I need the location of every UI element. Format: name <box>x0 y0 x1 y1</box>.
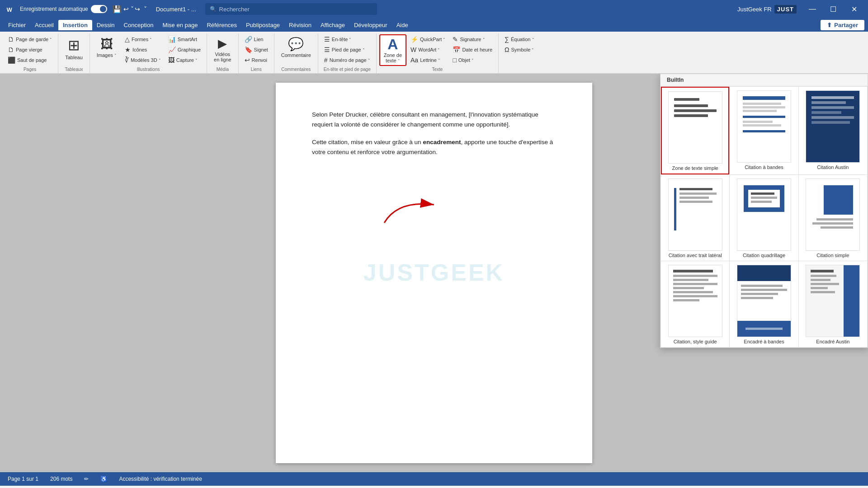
lien-button[interactable]: 🔗 Lien <box>241 34 271 44</box>
formes-button[interactable]: △ Formes ˅ <box>122 34 164 44</box>
minimize-button[interactable]: — <box>802 0 823 18</box>
dropdown-item-guide-label: Citation, style guide <box>674 339 717 344</box>
page-de-garde-label: Page de garde ˅ <box>16 37 52 42</box>
svg-text:W: W <box>7 6 13 13</box>
zone-de-texte-button[interactable]: A Zone detexte ˅ <box>379 34 406 66</box>
document-page[interactable]: Selon Peter Drucker, célèbre consultant … <box>276 83 592 463</box>
zone-texte-dropdown[interactable]: BuiltIn Zone de texte simple <box>660 74 868 348</box>
menu-affichage[interactable]: Affichage <box>316 20 349 30</box>
equation-button[interactable]: ∑ Équation ˅ <box>501 34 537 44</box>
menu-accueil[interactable]: Accueil <box>30 20 58 30</box>
accessibility-status[interactable]: Accessibilité : vérification terminée <box>117 475 204 483</box>
page-de-garde-button[interactable]: 🗋 Page de garde ˅ <box>5 34 55 44</box>
images-button[interactable]: 🖼 Images ˅ <box>93 34 121 60</box>
ribbon-group-illustrations: 🖼 Images ˅ △ Formes ˅ ★ Icônes ∛ Modèles… <box>90 33 207 73</box>
symboles-col: ∑ Équation ˅ Ω Symbole ˅ <box>501 34 537 55</box>
lettrine-button[interactable]: Aa Lettrine ˅ <box>407 55 448 65</box>
numero-page-button[interactable]: # Numéro de page ˅ <box>321 55 373 65</box>
symbole-button[interactable]: Ω Symbole ˅ <box>501 45 537 55</box>
saut-de-page-button[interactable]: ⬛ Saut de page <box>5 55 55 65</box>
ribbon-symboles-content: ∑ Équation ˅ Ω Symbole ˅ <box>501 34 537 71</box>
images-label: Images ˅ <box>97 52 117 58</box>
thumb-trait <box>668 178 722 251</box>
lettrine-label: Lettrine ˅ <box>420 57 440 63</box>
maximize-button[interactable]: ☐ <box>823 0 844 18</box>
page-vierge-button[interactable]: 🗋 Page vierge <box>5 45 55 55</box>
dropdown-item-enc-bandes[interactable]: Encadré à bandes <box>730 261 798 347</box>
menu-fichier[interactable]: Fichier <box>4 20 30 30</box>
save-button[interactable]: 💾 <box>113 5 122 14</box>
equation-icon: ∑ <box>505 36 509 43</box>
tableau-button[interactable]: ⊞ Tableau <box>61 34 87 62</box>
ribbon-entete-content: ☰ En-tête ˅ ☰ Pied de page ˅ # Numéro de… <box>321 34 373 66</box>
word-count[interactable]: 206 mots <box>48 475 75 483</box>
dropdown-item-guide[interactable]: Citation, style guide <box>661 261 729 347</box>
entete-button[interactable]: ☰ En-tête ˅ <box>321 34 373 44</box>
texte-col1: ⚡ QuickPart ˅ W WordArt ˅ Aa Lettrine ˅ <box>407 34 448 65</box>
undo-button[interactable]: ↩ ˅ <box>123 5 134 13</box>
search-input[interactable] <box>219 6 373 13</box>
thumb-austin <box>806 90 860 163</box>
date-icon: 📅 <box>453 46 460 53</box>
graphique-button[interactable]: 📈 Graphique <box>165 45 204 55</box>
user-logo: JUST <box>774 5 797 14</box>
date-heure-button[interactable]: 📅 Date et heure <box>449 45 495 55</box>
modeles3d-button[interactable]: ∛ Modèles 3D ˅ <box>122 55 164 65</box>
pied-label: Pied de page ˅ <box>332 47 365 52</box>
dropdown-item-trait[interactable]: Citation avec trait latéral <box>661 175 729 261</box>
ribbon-entete-label: En-tête et pied de page <box>321 66 373 73</box>
dropdown-item-simple2[interactable]: Citation simple <box>799 175 867 261</box>
redo-button[interactable]: ↪ <box>135 5 140 13</box>
menu-revision[interactable]: Révision <box>284 20 316 30</box>
signature-button[interactable]: ✎ Signature ˅ <box>449 34 495 44</box>
share-button[interactable]: ⬆ Partager <box>821 20 864 30</box>
menu-mise-en-page[interactable]: Mise en page <box>158 20 202 30</box>
numero-icon: # <box>324 56 328 64</box>
menu-insertion[interactable]: Insertion <box>58 20 92 30</box>
smartart-button[interactable]: 📊 SmartArt <box>165 34 204 44</box>
menu-publipostage[interactable]: Publipostage <box>241 20 284 30</box>
page-vierge-icon: 🗋 <box>8 46 14 53</box>
search-box[interactable]: 🔍 <box>205 3 377 15</box>
menu-conception[interactable]: Conception <box>119 20 158 30</box>
dropdown-item-austin[interactable]: Citation Austin <box>799 87 867 174</box>
renvoi-button[interactable]: ↩ Renvoi <box>241 55 271 65</box>
videos-button[interactable]: ▶ Vidéosen ligne <box>210 34 236 65</box>
close-button[interactable]: ✕ <box>844 0 864 18</box>
menu-dessin[interactable]: Dessin <box>92 20 119 30</box>
menu-references[interactable]: Références <box>202 20 241 30</box>
watermark: JUSTGEEK <box>363 254 505 291</box>
dropdown-item-bandes[interactable]: Citation à bandes <box>730 87 798 174</box>
signet-button[interactable]: 🔖 Signet <box>241 45 271 55</box>
accessibility-icon[interactable]: ♿ <box>98 475 109 483</box>
menu-developpeur[interactable]: Développeur <box>349 20 392 30</box>
icones-icon: ★ <box>125 46 131 53</box>
quickpart-button[interactable]: ⚡ QuickPart ˅ <box>407 34 448 44</box>
user-name: JustGeek FR <box>737 6 772 13</box>
wordart-button[interactable]: W WordArt ˅ <box>407 45 448 55</box>
more-button[interactable]: ˅ <box>144 5 147 13</box>
icones-button[interactable]: ★ Icônes <box>122 45 164 55</box>
ribbon-texte-content: A Zone detexte ˅ ⚡ QuickPart ˅ W WordArt… <box>379 34 495 66</box>
dropdown-item-enc-bandes-label: Encadré à bandes <box>744 339 784 344</box>
dropdown-item-simple[interactable]: Zone de texte simple <box>661 87 729 174</box>
dropdown-item-quad[interactable]: Citation quadrillage <box>730 175 798 261</box>
ribbon-group-media: ▶ Vidéosen ligne Média <box>207 33 239 73</box>
thumb-simple2 <box>806 178 860 251</box>
pied-de-page-button[interactable]: ☰ Pied de page ˅ <box>321 45 373 55</box>
page-info[interactable]: Page 1 sur 1 <box>5 475 41 483</box>
doc-text-pre: Cette citation, mise en valeur grâce à u… <box>312 139 423 145</box>
capture-button[interactable]: 🖼 Capture ˅ <box>165 55 204 65</box>
title-bar: W Enregistrement automatique 💾 ↩ ˅ ↪ ˅ D… <box>0 0 868 18</box>
user-info: JustGeek FR JUST <box>737 5 797 14</box>
objet-button[interactable]: □ Objet ˅ <box>449 55 495 65</box>
entete-label: En-tête ˅ <box>332 37 352 42</box>
commentaire-icon: 💬 <box>288 37 304 52</box>
autosave-toggle[interactable] <box>91 5 107 13</box>
edit-mode-icon[interactable]: ✏ <box>82 475 91 483</box>
menu-aide[interactable]: Aide <box>392 20 413 30</box>
images-icon: 🖼 <box>100 37 113 52</box>
dropdown-item-enc-austin[interactable]: Encadré Austin <box>799 261 867 347</box>
objet-label: Objet ˅ <box>458 57 474 63</box>
commentaire-button[interactable]: 💬 Commentaire <box>277 34 315 60</box>
